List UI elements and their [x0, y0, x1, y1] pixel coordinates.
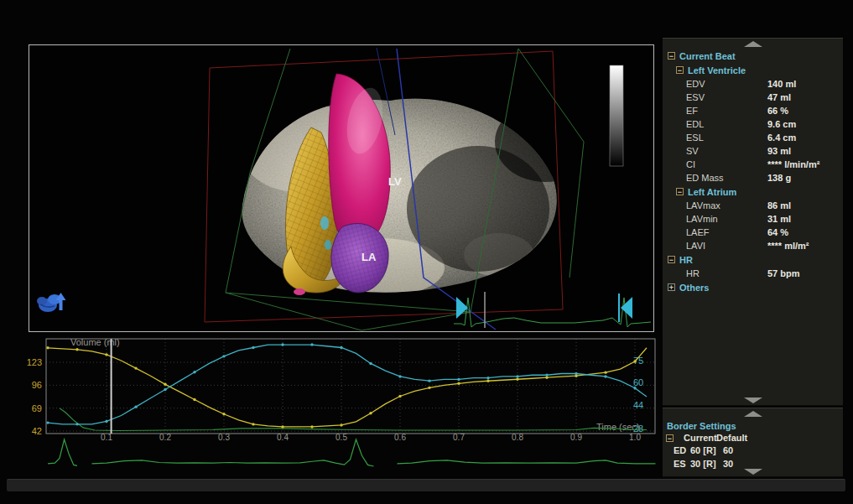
data-point [398, 395, 401, 397]
measure-label: EDV [686, 79, 705, 89]
left-axis-tick: 69 [32, 403, 42, 413]
collapse-icon[interactable]: − [676, 188, 684, 195]
left-axis-tick: 96 [32, 380, 42, 390]
data-point [105, 353, 107, 356]
data-point [340, 346, 342, 349]
measure-value: 86 ml [767, 200, 791, 210]
x-axis-tick: 0.2 [159, 433, 171, 442]
row-label: ED [674, 445, 686, 455]
series-curve-0 [48, 348, 647, 427]
section-hr[interactable]: − HR [663, 252, 843, 267]
data-point [516, 378, 518, 381]
ecg-strip-trace [92, 439, 374, 466]
data-point [486, 380, 489, 382]
x-axis-tick: 0.3 [218, 433, 230, 442]
arrow-up-icon [744, 411, 762, 417]
measure-value: 57 bpm [767, 268, 800, 278]
data-point [633, 387, 636, 389]
border-row-ed[interactable]: ED 60 [R] 60 [663, 445, 843, 459]
border-settings-title: Border Settings [663, 418, 843, 433]
measure-value: **** ml/m² [767, 241, 809, 251]
measure-value: 138 g [767, 173, 791, 183]
collapse-icon[interactable]: − [668, 256, 675, 263]
col-current-label: Current [684, 433, 717, 443]
data-point [398, 375, 401, 377]
scroll-down-button[interactable] [663, 466, 843, 476]
measure-label: EF [686, 106, 698, 116]
data-point [545, 374, 548, 377]
collapse-icon[interactable]: − [676, 66, 684, 74]
x-axis-tick: 0.5 [335, 433, 347, 442]
measure-label: HR [686, 268, 700, 278]
data-point [428, 379, 430, 382]
chart-frame [46, 339, 655, 434]
section-left-ventricle[interactable]: − Left Ventricle [663, 63, 843, 77]
data-point [281, 425, 283, 428]
ecg-strip-trace [48, 439, 77, 465]
section-label: Left Ventricle [688, 65, 746, 75]
data-point [369, 362, 372, 365]
measure-value: 9.6 cm [767, 119, 796, 129]
measure-label: LAEF [686, 227, 710, 237]
row-current-value[interactable]: 60 [R] [690, 445, 716, 455]
measure-row: ESV47 ml [663, 91, 843, 104]
data-point [75, 423, 78, 425]
measure-label: SV [686, 146, 699, 156]
measure-label: ED Mass [686, 173, 724, 183]
x-axis-tick: 0.7 [453, 433, 465, 442]
measure-row: LAVmax86 ml [663, 199, 843, 212]
collapse-icon[interactable]: − [668, 52, 675, 60]
measure-label: ESL [686, 132, 704, 143]
scroll-up-button[interactable] [663, 408, 843, 418]
measure-row: LAVmin31 ml [663, 212, 843, 226]
measure-label: EDL [686, 119, 704, 129]
timeline-scrollbar[interactable] [7, 479, 845, 491]
measure-row: ESL6.4 cm [663, 131, 843, 144]
section-label: HR [679, 255, 693, 265]
section-others[interactable]: + Others [663, 280, 843, 294]
data-point [516, 375, 518, 377]
data-point [105, 420, 107, 423]
measure-value: 66 % [767, 106, 788, 116]
measure-row: LAEF64 % [663, 226, 843, 239]
section-current-beat[interactable]: − Current Beat [663, 49, 843, 63]
arrow-up-icon [744, 41, 762, 47]
data-point [252, 423, 254, 425]
measure-value: 64 % [767, 227, 788, 237]
chart-title: Volume (ml) [70, 337, 120, 347]
data-point [310, 425, 313, 428]
expand-icon[interactable]: + [668, 283, 675, 291]
scroll-up-button[interactable] [663, 39, 843, 49]
x-axis-tick: 0.8 [512, 433, 523, 442]
arrow-down-icon [744, 469, 762, 475]
measure-row: ED Mass138 g [663, 171, 843, 184]
scroll-down-button[interactable] [663, 395, 843, 405]
measure-label: LAVmax [686, 200, 720, 210]
measure-row: EF66 % [663, 104, 843, 117]
data-point [222, 355, 225, 357]
measure-value: 47 ml [767, 92, 791, 102]
right-axis-tick: 44 [633, 400, 643, 410]
data-point [164, 383, 166, 386]
data-point [281, 343, 283, 346]
left-axis-tick: 123 [27, 357, 42, 367]
data-point [369, 412, 372, 414]
x-axis-tick: 0.4 [277, 433, 289, 442]
collapse-icon[interactable]: − [666, 434, 674, 442]
x-axis-label: Time (sec) [596, 422, 640, 432]
data-point [193, 398, 195, 401]
arrow-down-icon [744, 397, 762, 403]
data-point [457, 378, 460, 381]
data-point [604, 371, 606, 373]
measure-label: LAVI [686, 241, 705, 251]
section-label: Current Beat [679, 51, 736, 61]
right-axis-tick: 60 [633, 377, 643, 387]
data-point [134, 366, 137, 369]
measure-value: 31 ml [767, 214, 791, 224]
left-axis-tick: 42 [32, 426, 42, 436]
data-point [46, 421, 49, 423]
data-point [310, 343, 313, 346]
x-axis-tick: 1.0 [629, 433, 641, 442]
section-left-atrium[interactable]: − Left Atrium [663, 184, 843, 199]
application-window: LV LA 123966942756044 [0, 0, 853, 504]
